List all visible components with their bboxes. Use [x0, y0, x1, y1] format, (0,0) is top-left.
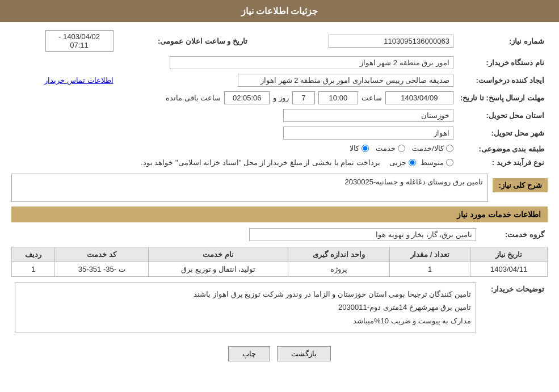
services-table: تاریخ نیاز تعداد / مقدار واحد اندازه گیر… — [11, 247, 548, 277]
purchase-jozvi-label: جزیی — [389, 158, 406, 167]
city-value: اهواز — [283, 127, 453, 140]
category-kala-khadamat-label: کالا/خدمت — [412, 144, 444, 153]
category-khadamat-label: خدمت — [376, 144, 396, 153]
deadline-day-label: روز و — [273, 94, 289, 102]
need-number-label: شماره نیاز: — [457, 28, 548, 54]
need-description-label: شرح کلی نیاز: — [493, 178, 548, 192]
deadline-remaining: 02:05:06 — [224, 91, 270, 104]
col-row-num: ردیف — [12, 247, 55, 262]
city-label: شهر محل تحویل: — [457, 124, 548, 142]
services-info-label: اطلاعات خدمات مورد نیاز — [11, 206, 548, 222]
deadline-days: 7 — [292, 91, 315, 104]
page-title: جزئیات اطلاعات نیاز — [241, 6, 318, 16]
purchase-jozvi[interactable]: جزیی — [389, 158, 416, 167]
purchase-motavaset[interactable]: متوسط — [421, 158, 453, 167]
category-kala-label: کالا — [350, 144, 359, 153]
deadline-time: 10:00 — [318, 91, 358, 104]
category-khadamat[interactable]: خدمت — [376, 144, 405, 153]
page-header: جزئیات اطلاعات نیاز — [0, 0, 559, 22]
category-label: طبقه بندی موضوعی: — [457, 142, 548, 156]
col-unit: واحد اندازه گیری — [288, 247, 390, 262]
print-button[interactable]: چاپ — [228, 346, 270, 361]
need-description-value: تامین برق روستای دغاغله و جسانیه-2030025 — [11, 174, 488, 202]
table-row: 1403/04/111پروژهتولید، انتقال و توزیع بر… — [12, 262, 548, 277]
buyer-desc-label: توضیحات خریدار: — [480, 280, 548, 335]
col-date: تاریخ نیاز — [470, 247, 548, 262]
col-service-code: کد خدمت — [55, 247, 149, 262]
announce-label: تاریخ و ساعت اعلان عمومی: — [117, 28, 251, 54]
col-quantity: تعداد / مقدار — [390, 247, 470, 262]
deadline-remaining-label: ساعت باقی مانده — [166, 94, 221, 102]
province-value: خوزستان — [283, 109, 453, 122]
col-service-name: نام خدمت — [149, 247, 288, 262]
buyer-org-label: نام دستگاه خریدار: — [457, 54, 548, 71]
buttons-row: بازگشت چاپ — [11, 339, 548, 368]
service-group-value: تامین برق، گاز، بخار و تهویه هوا — [249, 228, 476, 241]
deadline-date: 1403/04/09 — [385, 91, 453, 104]
back-button[interactable]: بازگشت — [277, 346, 331, 361]
purchase-description: پرداخت تمام یا بخشی از مبلغ خریدار از مح… — [141, 158, 380, 167]
purchase-motavaset-label: متوسط — [421, 158, 444, 167]
announce-value: 1403/04/02 - 07:11 — [45, 30, 114, 52]
buyer-desc-value: تامین کنندگان ترجیحا بومی استان خوزستان … — [15, 283, 476, 332]
category-kala[interactable]: کالا — [350, 144, 369, 153]
buyer-org-value: امور برق منطقه 2 شهر اهواز — [170, 56, 453, 69]
creator-label: ایجاد کننده درخواست: — [457, 71, 548, 89]
contact-link[interactable]: اطلاعات تماس خریدار — [44, 76, 113, 85]
deadline-time-label: ساعت — [362, 94, 382, 102]
need-number-value: 1103095136000063 — [329, 35, 453, 48]
creator-value: صدیقه صالحی رییس حسابداری امور برق منطقه… — [238, 74, 453, 87]
purchase-type-label: نوع فرآیند خرید : — [457, 156, 548, 169]
service-group-label: گروه خدمت: — [480, 226, 548, 243]
deadline-label: مهلت ارسال پاسخ: تا تاریخ: — [457, 89, 548, 107]
province-label: استان محل تحویل: — [457, 107, 548, 124]
category-kala-khadamat[interactable]: کالا/خدمت — [412, 144, 453, 153]
